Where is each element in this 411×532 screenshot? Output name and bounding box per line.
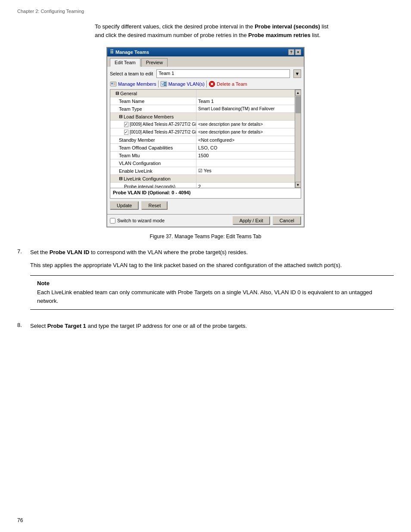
collapse-livelink-icon[interactable]: ⊟ [119,176,122,181]
dialog-body: Select a team to edit Team 1 ▼ [107,67,304,212]
prop-team-offload: Team Offload Capabilities LSO, CO [110,144,295,152]
scroll-down-arrow[interactable]: ▼ [295,182,301,188]
svg-rect-6 [164,82,166,84]
select-team-dropdown[interactable]: Team 1 [156,69,290,78]
manage-members-btn[interactable]: Manage Members [110,81,156,87]
select-team-label: Select a team to edit [110,71,153,76]
manage-members-icon [110,81,117,87]
prop-probe-interval-value[interactable]: 2 [196,183,295,188]
reset-button[interactable]: Reset [141,201,168,210]
collapse-load-balance-icon[interactable]: ⊟ [119,114,122,119]
cancel-button[interactable]: Cancel [273,216,301,225]
member-0010-checkbox[interactable]: ✓ [124,130,128,135]
delete-team-icon [209,81,215,87]
action-row: Update Reset [110,201,301,210]
toolbar-sep-1 [158,81,159,87]
prop-member-0009: ✓ [0009] Allied Telesis AT-2972T/2 Giga … [110,121,295,128]
note-text: Each LiveLink enabled team can only comm… [37,288,387,305]
tab-preview[interactable]: Preview [141,58,168,67]
prop-team-offload-value[interactable]: LSO, CO [196,144,295,151]
section-load-balance-value [196,113,295,120]
prop-standby-member-value[interactable]: <Not configured> [196,136,295,143]
property-grid: ⊟ General Team Name Team 1 Team Ty [110,89,301,188]
prop-vlan-config-value[interactable] [196,159,295,167]
prop-member-0009-label: ✓ [0009] Allied Telesis AT-2972T/2 Giga [110,121,196,128]
prop-team-type-label: Team Type [110,105,196,112]
section-livelink-config: ⊟ LiveLink Configuration [110,175,295,183]
delete-team-label: Delete a Team [217,81,247,87]
section-load-balance-name: ⊟ Load Balance Members [110,113,196,120]
scroll-up-arrow[interactable]: ▲ [295,90,301,96]
prop-probe-interval: Probe interval (seconds) 2 [110,183,295,188]
manage-members-label: Manage Members [118,81,156,87]
dialog-title-icons: ? × [288,49,301,55]
wizard-checkbox-row: Switch to wizard mode [110,218,165,224]
prop-member-0010-value: <see description pane for details> [196,128,295,136]
section-livelink-config-value [196,175,295,182]
manage-vlans-icon: V [160,81,167,87]
wizard-mode-checkbox[interactable] [110,218,115,224]
step-8-text-2: and type the target IP address for one o… [86,323,247,329]
step-7-text-1: Set the [30,249,50,255]
prop-team-offload-label: Team Offload Capabilities [110,144,196,151]
wizard-mode-label: Switch to wizard mode [117,218,165,223]
note-box: Note Each LiveLink enabled team can only… [30,275,394,310]
dialog-question-btn[interactable]: ? [288,49,294,55]
prop-team-type-value[interactable]: Smart Load Balancing(TM) and Failover [196,105,295,112]
chapter-header: Chapter 2: Configuring Teaming [17,9,394,14]
manage-vlans-label: Manage VLAN(s) [168,81,205,87]
step-8-content: Select Probe Target 1 and type the targe… [30,322,394,335]
intro-bold-2: Probe maximum retries [248,32,311,38]
apply-exit-button[interactable]: Apply / Exit [233,216,270,225]
member-0009-checkbox[interactable]: ✓ [124,122,128,127]
section-load-balance: ⊟ Load Balance Members [110,113,295,121]
select-team-row: Select a team to edit Team 1 ▼ [110,69,301,78]
collapse-general-icon[interactable]: ⊟ [115,91,119,96]
intro-text-1: To specify different values, click the d… [95,23,255,30]
prop-standby-member-label: Standby Member [110,136,196,143]
dialog-footer: Switch to wizard mode Apply / Exit Cance… [107,214,304,227]
step-8-text: Select Probe Target 1 and type the targe… [30,322,394,330]
select-team-arrow[interactable]: ▼ [293,69,301,78]
section-general: ⊟ General [110,90,295,97]
prop-standby-member: Standby Member <Not configured> [110,136,295,144]
prop-member-0010-label: ✓ [0010] Allied Telesis AT-2972T/2 Giga [110,128,196,136]
prop-team-mtu-label: Team Mtu [110,152,196,159]
select-team-value: Team 1 [159,71,174,76]
intro-text: To specify different values, click the d… [95,22,336,39]
footer-buttons: Apply / Exit Cancel [233,216,301,225]
toolbar-sep-2 [206,81,207,87]
prop-team-mtu: Team Mtu 1500 [110,152,295,159]
info-bar: Probe VLAN ID (Optional: 0 - 4094) [110,188,301,199]
step-7-bold: Probe VLAN ID [50,249,89,255]
section-livelink-config-name: ⊟ LiveLink Configuration [110,175,196,182]
page-number: 76 [17,517,23,523]
dialog-wrapper: ⠿ Manage Teams ? × Edit Team Preview Sel… [17,47,394,227]
manage-vlans-btn[interactable]: V Manage VLAN(s) [160,81,205,87]
dialog-close-btn[interactable]: × [295,49,301,55]
step-7-number: 7. [17,248,26,316]
prop-member-0010: ✓ [0010] Allied Telesis AT-2972T/2 Giga … [110,128,295,136]
scroll-thumb[interactable] [296,96,301,113]
prop-team-name-value[interactable]: Team 1 [196,97,295,105]
property-grid-inner: ⊟ General Team Name Team 1 Team Ty [110,90,295,188]
figure-caption: Figure 37. Manage Teams Page: Edit Teams… [17,233,394,240]
prop-enable-livelink-value[interactable]: ☑ Yes [196,167,295,174]
dialog-tabs: Edit Team Preview [107,56,304,67]
intro-bold-1: Probe interval (seconds) [255,23,320,30]
tab-edit-team[interactable]: Edit Team [110,58,140,67]
step-8: 8. Select Probe Target 1 and type the ta… [17,322,394,335]
prop-team-type: Team Type Smart Load Balancing(TM) and F… [110,105,295,113]
section-general-name: ⊟ General [110,90,196,97]
intro-text-3: list. [311,32,321,38]
prop-probe-interval-label: Probe interval (seconds) [110,183,196,188]
delete-team-btn[interactable]: Delete a Team [209,81,247,87]
step-7-text-2: to correspond with the VLAN where the pr… [89,249,248,255]
update-button[interactable]: Update [110,201,139,210]
section-general-value [196,90,295,97]
step-8-number: 8. [17,322,26,335]
property-grid-scrollbar[interactable]: ▲ ▼ [295,90,301,188]
prop-team-mtu-value[interactable]: 1500 [196,152,295,159]
step-8-bold: Probe Target 1 [47,323,86,329]
dialog-titlebar: ⠿ Manage Teams ? × [107,48,304,56]
